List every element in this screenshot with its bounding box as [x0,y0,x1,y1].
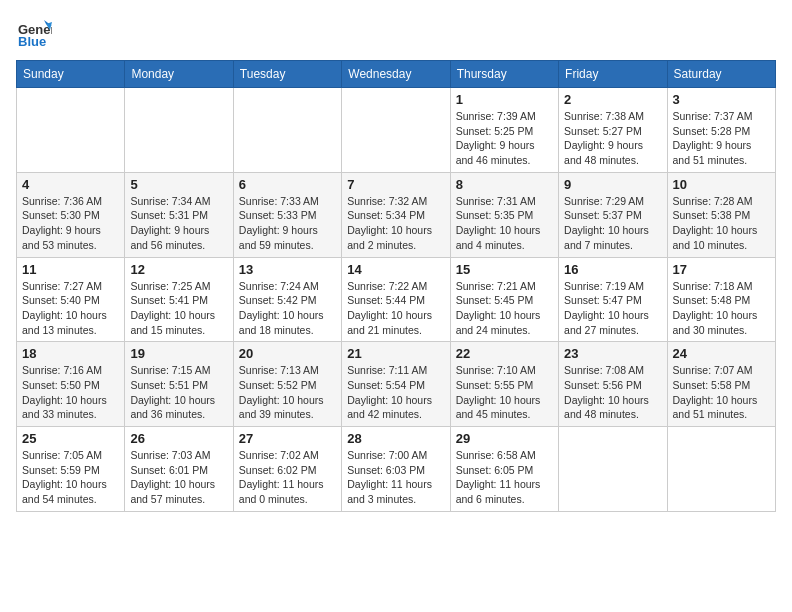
day-number: 2 [564,92,661,107]
day-info: Sunrise: 7:15 AM Sunset: 5:51 PM Dayligh… [130,363,227,422]
table-row: 18Sunrise: 7:16 AM Sunset: 5:50 PM Dayli… [17,342,125,427]
col-tuesday: Tuesday [233,61,341,88]
table-row: 28Sunrise: 7:00 AM Sunset: 6:03 PM Dayli… [342,427,450,512]
day-number: 27 [239,431,336,446]
day-info: Sunrise: 7:25 AM Sunset: 5:41 PM Dayligh… [130,279,227,338]
table-row: 8Sunrise: 7:31 AM Sunset: 5:35 PM Daylig… [450,172,558,257]
table-row [125,88,233,173]
table-row: 4Sunrise: 7:36 AM Sunset: 5:30 PM Daylig… [17,172,125,257]
table-row: 27Sunrise: 7:02 AM Sunset: 6:02 PM Dayli… [233,427,341,512]
calendar-header-row: Sunday Monday Tuesday Wednesday Thursday… [17,61,776,88]
table-row [559,427,667,512]
table-row: 2Sunrise: 7:38 AM Sunset: 5:27 PM Daylig… [559,88,667,173]
table-row: 16Sunrise: 7:19 AM Sunset: 5:47 PM Dayli… [559,257,667,342]
table-row: 21Sunrise: 7:11 AM Sunset: 5:54 PM Dayli… [342,342,450,427]
table-row [667,427,775,512]
table-row: 17Sunrise: 7:18 AM Sunset: 5:48 PM Dayli… [667,257,775,342]
day-number: 5 [130,177,227,192]
day-number: 16 [564,262,661,277]
day-info: Sunrise: 7:21 AM Sunset: 5:45 PM Dayligh… [456,279,553,338]
table-row: 7Sunrise: 7:32 AM Sunset: 5:34 PM Daylig… [342,172,450,257]
day-info: Sunrise: 7:11 AM Sunset: 5:54 PM Dayligh… [347,363,444,422]
day-number: 11 [22,262,119,277]
day-info: Sunrise: 7:33 AM Sunset: 5:33 PM Dayligh… [239,194,336,253]
table-row: 13Sunrise: 7:24 AM Sunset: 5:42 PM Dayli… [233,257,341,342]
table-row: 12Sunrise: 7:25 AM Sunset: 5:41 PM Dayli… [125,257,233,342]
day-number: 24 [673,346,770,361]
day-info: Sunrise: 7:22 AM Sunset: 5:44 PM Dayligh… [347,279,444,338]
day-number: 10 [673,177,770,192]
day-number: 19 [130,346,227,361]
day-info: Sunrise: 7:02 AM Sunset: 6:02 PM Dayligh… [239,448,336,507]
day-number: 15 [456,262,553,277]
day-number: 22 [456,346,553,361]
day-number: 29 [456,431,553,446]
logo-icon: General Blue [16,16,52,52]
logo: General Blue [16,16,58,52]
table-row: 14Sunrise: 7:22 AM Sunset: 5:44 PM Dayli… [342,257,450,342]
day-info: Sunrise: 7:16 AM Sunset: 5:50 PM Dayligh… [22,363,119,422]
col-sunday: Sunday [17,61,125,88]
day-info: Sunrise: 7:28 AM Sunset: 5:38 PM Dayligh… [673,194,770,253]
calendar-week-row: 25Sunrise: 7:05 AM Sunset: 5:59 PM Dayli… [17,427,776,512]
day-info: Sunrise: 7:19 AM Sunset: 5:47 PM Dayligh… [564,279,661,338]
table-row: 22Sunrise: 7:10 AM Sunset: 5:55 PM Dayli… [450,342,558,427]
table-row: 25Sunrise: 7:05 AM Sunset: 5:59 PM Dayli… [17,427,125,512]
day-info: Sunrise: 7:34 AM Sunset: 5:31 PM Dayligh… [130,194,227,253]
table-row [233,88,341,173]
day-info: Sunrise: 7:29 AM Sunset: 5:37 PM Dayligh… [564,194,661,253]
day-number: 25 [22,431,119,446]
page-header: General Blue [16,16,776,52]
day-info: Sunrise: 7:03 AM Sunset: 6:01 PM Dayligh… [130,448,227,507]
table-row: 10Sunrise: 7:28 AM Sunset: 5:38 PM Dayli… [667,172,775,257]
day-number: 17 [673,262,770,277]
col-wednesday: Wednesday [342,61,450,88]
day-number: 12 [130,262,227,277]
table-row: 26Sunrise: 7:03 AM Sunset: 6:01 PM Dayli… [125,427,233,512]
day-info: Sunrise: 7:00 AM Sunset: 6:03 PM Dayligh… [347,448,444,507]
day-info: Sunrise: 7:10 AM Sunset: 5:55 PM Dayligh… [456,363,553,422]
col-monday: Monday [125,61,233,88]
table-row: 19Sunrise: 7:15 AM Sunset: 5:51 PM Dayli… [125,342,233,427]
day-info: Sunrise: 7:07 AM Sunset: 5:58 PM Dayligh… [673,363,770,422]
col-saturday: Saturday [667,61,775,88]
day-info: Sunrise: 7:27 AM Sunset: 5:40 PM Dayligh… [22,279,119,338]
day-number: 1 [456,92,553,107]
calendar-week-row: 1Sunrise: 7:39 AM Sunset: 5:25 PM Daylig… [17,88,776,173]
day-number: 13 [239,262,336,277]
day-number: 21 [347,346,444,361]
day-number: 26 [130,431,227,446]
day-info: Sunrise: 7:24 AM Sunset: 5:42 PM Dayligh… [239,279,336,338]
table-row [342,88,450,173]
calendar-week-row: 11Sunrise: 7:27 AM Sunset: 5:40 PM Dayli… [17,257,776,342]
day-number: 9 [564,177,661,192]
table-row: 20Sunrise: 7:13 AM Sunset: 5:52 PM Dayli… [233,342,341,427]
calendar-week-row: 18Sunrise: 7:16 AM Sunset: 5:50 PM Dayli… [17,342,776,427]
day-info: Sunrise: 7:31 AM Sunset: 5:35 PM Dayligh… [456,194,553,253]
table-row: 29Sunrise: 6:58 AM Sunset: 6:05 PM Dayli… [450,427,558,512]
table-row [17,88,125,173]
table-row: 1Sunrise: 7:39 AM Sunset: 5:25 PM Daylig… [450,88,558,173]
day-number: 14 [347,262,444,277]
day-info: Sunrise: 7:37 AM Sunset: 5:28 PM Dayligh… [673,109,770,168]
day-info: Sunrise: 7:13 AM Sunset: 5:52 PM Dayligh… [239,363,336,422]
table-row: 23Sunrise: 7:08 AM Sunset: 5:56 PM Dayli… [559,342,667,427]
day-info: Sunrise: 6:58 AM Sunset: 6:05 PM Dayligh… [456,448,553,507]
day-number: 4 [22,177,119,192]
col-thursday: Thursday [450,61,558,88]
day-info: Sunrise: 7:38 AM Sunset: 5:27 PM Dayligh… [564,109,661,168]
table-row: 9Sunrise: 7:29 AM Sunset: 5:37 PM Daylig… [559,172,667,257]
day-info: Sunrise: 7:05 AM Sunset: 5:59 PM Dayligh… [22,448,119,507]
day-number: 3 [673,92,770,107]
day-info: Sunrise: 7:36 AM Sunset: 5:30 PM Dayligh… [22,194,119,253]
day-number: 7 [347,177,444,192]
svg-text:Blue: Blue [18,34,46,49]
day-number: 20 [239,346,336,361]
table-row: 5Sunrise: 7:34 AM Sunset: 5:31 PM Daylig… [125,172,233,257]
day-info: Sunrise: 7:32 AM Sunset: 5:34 PM Dayligh… [347,194,444,253]
table-row: 6Sunrise: 7:33 AM Sunset: 5:33 PM Daylig… [233,172,341,257]
table-row: 11Sunrise: 7:27 AM Sunset: 5:40 PM Dayli… [17,257,125,342]
calendar-table: Sunday Monday Tuesday Wednesday Thursday… [16,60,776,512]
calendar-week-row: 4Sunrise: 7:36 AM Sunset: 5:30 PM Daylig… [17,172,776,257]
day-number: 23 [564,346,661,361]
